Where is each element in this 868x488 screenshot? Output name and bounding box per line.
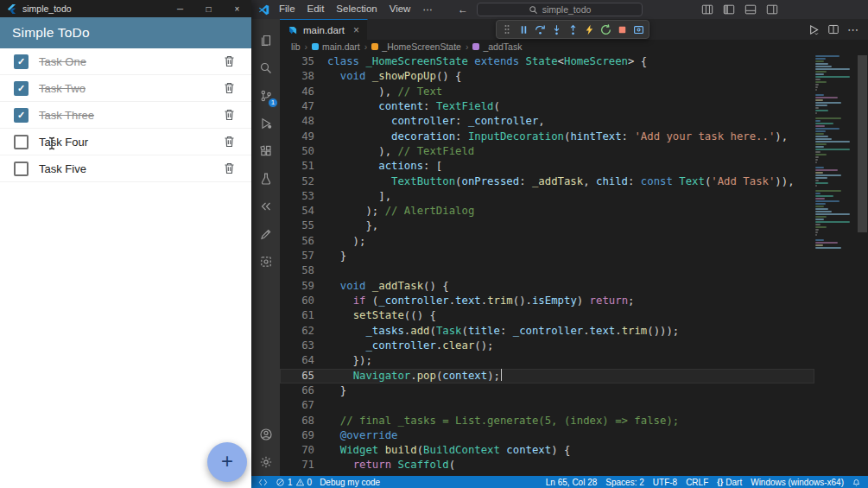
grip-handle[interactable]	[500, 22, 514, 36]
status-item[interactable]: Spaces: 2	[605, 478, 643, 487]
code-line[interactable]: 52 TextButton(onPressed: _addTask, child…	[280, 174, 814, 189]
task-checkbox[interactable]	[14, 162, 29, 176]
minimize-button[interactable]: ─	[166, 0, 194, 17]
task-checkbox[interactable]: ✓	[14, 108, 29, 123]
more-actions-icon[interactable]: ⋯	[847, 23, 859, 36]
minimap[interactable]	[815, 55, 855, 250]
status-item[interactable]: Ln 65, Col 28	[546, 478, 598, 487]
status-item[interactable]: Windows (windows-x64)	[751, 478, 844, 487]
code-line[interactable]: 62 _tasks.add(Task(title: _controller.te…	[280, 324, 814, 339]
code-line[interactable]: 53 ],	[280, 189, 814, 204]
task-checkbox[interactable]: ✓	[14, 54, 29, 69]
code-line[interactable]: 66 }	[280, 383, 814, 398]
code-line[interactable]: 55 },	[280, 219, 814, 233]
task-checkbox[interactable]: ✓	[14, 81, 29, 96]
menu-overflow[interactable]: ⋯	[416, 3, 439, 16]
step-over-icon[interactable]	[533, 22, 547, 36]
tab-main-dart[interactable]: main.dart ×	[280, 19, 368, 40]
close-button[interactable]: ×	[223, 0, 251, 17]
toggle-panel-icon[interactable]	[744, 3, 757, 16]
toggle-sidebar-icon[interactable]	[723, 3, 735, 16]
delete-task-icon[interactable]	[223, 162, 236, 175]
debug-config-label[interactable]: Debug my code	[320, 478, 380, 487]
breadcrumb-item[interactable]: _HomeScreenState	[371, 41, 461, 52]
editor-scrollbar[interactable]	[857, 54, 868, 476]
source-control-icon[interactable]: 1	[251, 82, 280, 110]
hot-reload-icon[interactable]	[582, 22, 596, 36]
stop-icon[interactable]	[615, 22, 629, 36]
delete-task-icon[interactable]	[223, 81, 236, 95]
status-item[interactable]: {}Dart	[717, 478, 742, 487]
line-number: 71	[280, 458, 314, 472]
status-item[interactable]: UTF-8	[653, 478, 677, 487]
problems-indicator[interactable]: 1 0	[276, 478, 312, 487]
code-line[interactable]: 38 void _showPopUp() {	[280, 69, 814, 84]
restart-icon[interactable]	[599, 22, 612, 36]
code-line[interactable]: 54 ); // AlertDialog	[280, 204, 814, 219]
explorer-icon[interactable]	[251, 27, 280, 54]
delete-task-icon[interactable]	[223, 54, 236, 68]
breadcrumb-item[interactable]: lib	[291, 41, 301, 52]
code-line[interactable]: 64 });	[280, 353, 814, 368]
breadcrumb-item[interactable]: main.dart	[312, 41, 360, 52]
code-line[interactable]: 49 decoration: InputDecoration(hintText:…	[280, 130, 814, 144]
settings-gear-icon[interactable]	[251, 448, 280, 476]
menu-selection[interactable]: Selection	[330, 3, 383, 16]
search-activity-icon[interactable]	[251, 54, 280, 82]
run-and-debug-icon[interactable]	[251, 110, 280, 137]
testing-icon[interactable]	[251, 165, 280, 193]
task-checkbox[interactable]	[14, 135, 29, 149]
code-line[interactable]: 65 Navigator.pop(context);	[280, 369, 814, 383]
todo-titlebar[interactable]: simple_todo ─ □ ×	[0, 0, 251, 17]
code-line[interactable]: 71 return Scaffold(	[280, 458, 814, 472]
code-line[interactable]: 60 if (_controller.text.trim().isEmpty) …	[280, 294, 814, 308]
code-line[interactable]: 67	[280, 398, 814, 413]
code-line[interactable]: 57 }	[280, 249, 814, 263]
code-line[interactable]: 59 void _addTask() {	[280, 279, 814, 294]
code-line[interactable]: 48 controller: _controller,	[280, 114, 814, 129]
remote-icon[interactable]	[258, 478, 268, 487]
extensions-icon[interactable]	[251, 137, 280, 165]
add-task-fab[interactable]: +	[207, 442, 247, 482]
code-line[interactable]: 35class _HomeScreenState extends State<H…	[280, 54, 814, 69]
code-line[interactable]: 61 setState(() {	[280, 308, 814, 323]
bell-icon[interactable]	[852, 478, 861, 487]
code-line[interactable]: 69 @override	[280, 428, 814, 443]
tab-close-icon[interactable]: ×	[353, 24, 359, 36]
menu-view[interactable]: View	[383, 3, 417, 16]
devtools-icon[interactable]	[631, 22, 645, 36]
delete-task-icon[interactable]	[223, 108, 236, 122]
code-line[interactable]: 56 );	[280, 234, 814, 249]
code-line[interactable]: 68 // final _tasks = List.generate(5, (i…	[280, 414, 814, 428]
scrollbar-thumb[interactable]	[858, 55, 867, 232]
line-number: 68	[280, 414, 314, 428]
scm-badge: 1	[268, 98, 278, 108]
code-line[interactable]: 50 ), // TextField	[280, 144, 814, 159]
references-icon[interactable]	[251, 193, 280, 220]
code-line[interactable]: 58	[280, 263, 814, 278]
maximize-button[interactable]: □	[194, 0, 223, 17]
pause-icon[interactable]	[516, 22, 530, 36]
menu-edit[interactable]: Edit	[301, 3, 331, 16]
toggle-secondary-sidebar-icon[interactable]	[766, 3, 778, 16]
delete-task-icon[interactable]	[223, 135, 236, 149]
step-out-icon[interactable]	[566, 22, 580, 36]
nav-back-icon[interactable]: ←	[458, 3, 468, 16]
status-item[interactable]: CRLF	[686, 478, 708, 487]
code-line[interactable]: 63 _controller.clear();	[280, 339, 814, 353]
editor-layout-icon[interactable]	[701, 3, 713, 16]
inspector-icon[interactable]	[251, 248, 280, 276]
menu-file[interactable]: File	[273, 3, 301, 16]
code-line[interactable]: 46 ), // Text	[280, 85, 814, 99]
account-icon[interactable]	[251, 421, 280, 448]
edit-icon[interactable]	[251, 220, 280, 248]
code-line[interactable]: 51 actions: [	[280, 159, 814, 174]
code-editor[interactable]: 35class _HomeScreenState extends State<H…	[280, 54, 868, 476]
command-center-search[interactable]: simple_todo	[477, 3, 643, 16]
code-line[interactable]: 47 content: TextField(	[280, 99, 814, 114]
step-into-icon[interactable]	[549, 22, 563, 36]
run-button[interactable]	[807, 23, 820, 36]
code-line[interactable]: 70 Widget build(BuildContext context) {	[280, 443, 814, 458]
breadcrumb-item[interactable]: _addTask	[472, 41, 522, 52]
split-editor-icon[interactable]	[827, 23, 839, 35]
